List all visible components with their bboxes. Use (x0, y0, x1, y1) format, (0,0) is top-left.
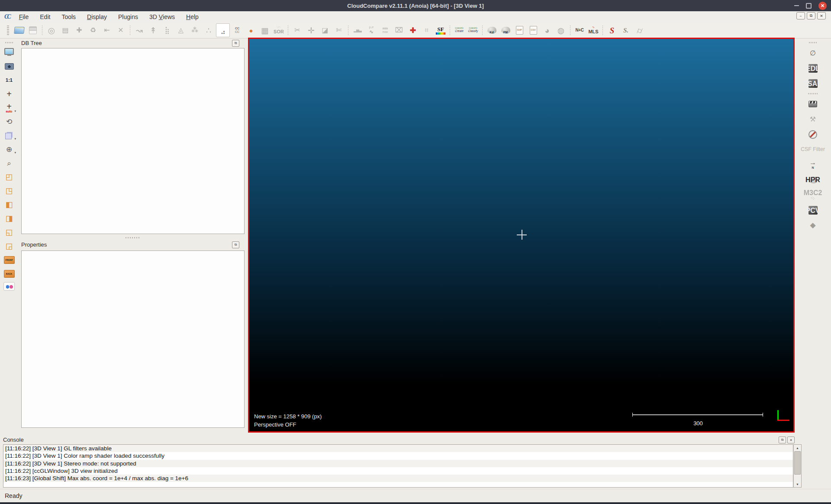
translate-rotate-icon[interactable]: ✛ (305, 24, 318, 37)
minimize-icon[interactable] (794, 5, 799, 6)
csf-filter-icon[interactable]: S (606, 24, 618, 37)
auto-pivot-icon[interactable]: +auto (3, 102, 15, 112)
mls-smoothing-icon[interactable]: ∿MLS (587, 24, 600, 37)
ssao-filter-icon[interactable]: SSAO (806, 78, 819, 89)
db-tree-panel[interactable] (21, 48, 245, 234)
pick-point-icon[interactable]: ◎ (45, 24, 58, 37)
clone-icon[interactable]: ✚ (73, 24, 86, 37)
view-top-icon[interactable]: ◰ (3, 171, 15, 182)
menu-plugins[interactable]: Plugins (113, 11, 144, 22)
edl-filter-icon[interactable]: EDL (806, 63, 819, 74)
scrollbar-thumb[interactable] (794, 451, 801, 475)
m3c2-plugin-icon[interactable]: M3C2⠪⡢ (806, 189, 819, 200)
view-left-icon[interactable]: ◧ (3, 199, 15, 209)
noise-filter-icon[interactable]: ∴ (202, 24, 215, 37)
camera-view-icon[interactable]: ⟲ (3, 116, 15, 126)
mdi-minimize-icon[interactable]: − (796, 12, 805, 19)
properties-float-icon[interactable]: ⧉ (232, 241, 239, 248)
scroll-down-icon[interactable]: ▼ (794, 481, 801, 487)
delete-scalar-field-icon[interactable]: ⌧ (393, 24, 406, 37)
close-icon[interactable]: ✕ (818, 2, 827, 10)
scroll-up-icon[interactable]: ▲ (794, 445, 801, 451)
view-front-icon[interactable]: ◳ (3, 185, 15, 196)
mdi-restore-icon[interactable]: ⧉ (807, 12, 815, 19)
front-iso-view-icon[interactable]: FRONT (3, 254, 15, 265)
properties-panel[interactable] (21, 250, 245, 428)
sra-plugin-icon[interactable]: S. (619, 24, 632, 37)
animation-plugin-icon[interactable] (806, 99, 819, 109)
mdi-window-controls: − ⧉ ✕ (796, 12, 826, 19)
sf-color-scale-icon[interactable]: SF (434, 24, 447, 37)
subsample-icon[interactable]: ⣠ (216, 23, 230, 37)
shp-export-icon[interactable]: SHP (513, 24, 526, 37)
view-back-icon[interactable]: ◨ (3, 213, 15, 223)
kd-tree-icon[interactable]: Kd (485, 24, 498, 37)
broom-plugin-icon[interactable]: ⚒ (806, 114, 819, 125)
gaussian-filter-icon[interactable]: μ,σ∿ (365, 24, 378, 37)
3d-viewport[interactable]: New size = 1258 * 909 (px) Perspective O… (248, 38, 795, 433)
cross-section-icon[interactable]: ◪ (319, 24, 332, 37)
compass-plugin-icon[interactable] (806, 129, 819, 140)
histogram-icon[interactable]: ▂▅▃ (351, 24, 364, 37)
pcv-plugin-icon[interactable]: PCV (806, 205, 819, 215)
menu-edit[interactable]: Edit (34, 11, 56, 22)
screenshot-icon[interactable] (3, 61, 15, 71)
cylinder-unroll-icon[interactable]: ⌭ (633, 24, 646, 37)
mesh-icon[interactable]: ◬ (174, 24, 187, 37)
properties-list-icon[interactable]: ▤ (59, 24, 72, 37)
menu-file[interactable]: File (13, 11, 35, 22)
menu-3d-views[interactable]: 3D Views (144, 11, 180, 22)
csf-normals-icon[interactable]: →N (806, 159, 819, 170)
merge-icon[interactable]: ♻ (87, 24, 100, 37)
facets-icon[interactable]: FM (499, 24, 512, 37)
dock-splitter-handle[interactable] (126, 237, 140, 238)
cc-cc-icon[interactable]: CCCC (231, 24, 244, 37)
db-tree-float-icon[interactable]: ⧉ (232, 40, 239, 47)
csv-export-icon[interactable]: CSV (527, 24, 540, 37)
set-color-icon[interactable]: ✚ (406, 24, 419, 37)
view-right-icon[interactable]: ◱ (3, 227, 15, 237)
canupo-classify-icon[interactable]: CANUPOClassify (467, 24, 480, 37)
iso-view-icon[interactable] (3, 130, 15, 140)
console-scrollbar[interactable]: ▲ ▼ (793, 444, 802, 488)
segment-icon[interactable]: ✂ (291, 24, 304, 37)
mdi-close-icon[interactable]: ✕ (817, 12, 826, 19)
hpr-plugin-icon[interactable]: HPR (806, 174, 819, 185)
filter-by-value-icon[interactable]: minmax (379, 24, 392, 37)
sf-arithmetic-icon[interactable]: ⌗ (420, 24, 433, 37)
compute-normals-icon[interactable]: ↟ (147, 24, 160, 37)
primitive-factory-icon[interactable]: ● (245, 24, 258, 37)
apply-transformation-icon[interactable]: ⇤ (100, 24, 113, 37)
zoom-1-1-icon[interactable]: 1:1 (3, 74, 15, 85)
trace-polyline-icon[interactable]: ↝ (133, 24, 146, 37)
menu-tools[interactable]: Tools (56, 11, 81, 22)
no-filter-icon[interactable]: ∅ (806, 48, 819, 58)
right-toolbar-separator (808, 93, 818, 94)
delete-icon[interactable]: ✕ (114, 24, 127, 37)
sphere-icon[interactable]: ◕ (541, 24, 554, 37)
canupo-create-icon[interactable]: CANUPOCreate (453, 24, 466, 37)
console-float-icon[interactable]: ⧉ (779, 437, 786, 443)
pivot-center-icon[interactable]: ⊕ (3, 144, 15, 154)
menu-display[interactable]: Display (81, 11, 113, 22)
stereo-mode-icon[interactable] (3, 282, 15, 291)
normals-plus-colors-icon[interactable]: N+C (573, 24, 586, 37)
console-close-icon[interactable]: ✕ (787, 437, 795, 443)
global-zoom-icon[interactable]: + (3, 88, 15, 99)
open-icon[interactable] (13, 24, 26, 37)
globe-icon[interactable]: ◍ (554, 24, 567, 37)
sor-filter-icon[interactable]: ∵∴SOR (272, 24, 285, 37)
compute-octree-icon[interactable]: ⣷ (161, 24, 174, 37)
refresh-display-icon[interactable] (3, 47, 15, 57)
save-icon[interactable] (26, 24, 39, 37)
console-log-list[interactable]: [11:16:22] [3D View 1] GL filters availa… (3, 444, 793, 488)
menu-help[interactable]: Help (180, 11, 204, 22)
back-iso-view-icon[interactable]: BACK (3, 268, 15, 279)
extract-sections-icon[interactable]: ✄ (332, 24, 345, 37)
zoom-icon[interactable]: ⌕ (3, 157, 15, 168)
view-bottom-icon[interactable]: ◲ (3, 241, 15, 251)
poisson-recon-icon[interactable]: ◆ (806, 220, 819, 231)
checkerboard-icon[interactable]: ▦ (258, 24, 271, 37)
maximize-icon[interactable] (806, 3, 812, 9)
sample-points-icon[interactable]: ⁂ (188, 24, 201, 37)
